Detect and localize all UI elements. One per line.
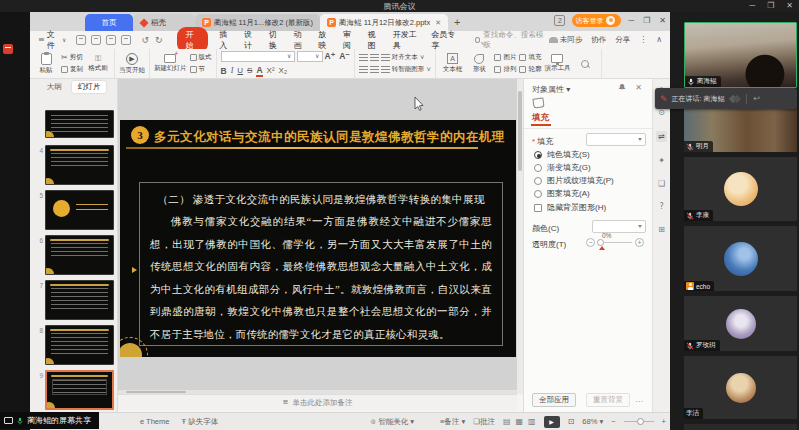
textbox-button[interactable]: A 文本框 (440, 53, 464, 74)
smart-beautify-button[interactable]: ⊙ 智能美化 ▾ (370, 417, 414, 427)
redo-icon[interactable]: ↻ (155, 35, 163, 45)
apply-all-button[interactable]: 全部应用 (532, 393, 576, 407)
shape-button[interactable]: 形状 (467, 54, 491, 74)
find-replace-button[interactable] (573, 60, 597, 68)
radio-pattern-fill[interactable]: 图案填充(A) (534, 188, 590, 199)
bell-icon[interactable]: 🔔︎ (618, 83, 626, 92)
slide-thumbnail[interactable] (45, 190, 114, 230)
slide-thumbnail[interactable] (45, 235, 114, 275)
picture-button[interactable]: 图片 (494, 53, 516, 62)
view-normal-icon[interactable]: ▤ (503, 417, 511, 426)
view-sorter-icon[interactable]: ▦ (516, 417, 524, 426)
comments-button[interactable]: ❏批注 (473, 417, 495, 427)
present-tools-button[interactable]: 演示工具 (544, 54, 570, 73)
font-name-select[interactable]: ∨ (221, 51, 295, 62)
participant-tile-speaking[interactable]: 蔺海鲲 (684, 22, 797, 88)
screen-share-banner[interactable]: 蔺海鲲的屏幕共享 (0, 412, 99, 429)
slides-tab[interactable]: 幻灯片 (72, 81, 107, 93)
copy-button[interactable]: 复制 (61, 65, 83, 74)
participant-tile[interactable]: 李康 (684, 157, 797, 221)
slide-canvas[interactable]: 3 多元文化对话与交流中的民族认同是敦煌佛教哲学的内在机理 （二） 渗透于文化交… (120, 120, 516, 357)
desktop-shortcut-icon[interactable] (3, 44, 13, 54)
slide-title[interactable]: 多元文化对话与交流中的民族认同是敦煌佛教哲学的内在机理 (154, 129, 505, 146)
maximize-icon[interactable]: ❐ (767, 0, 774, 12)
align-left-icon[interactable] (359, 66, 368, 74)
tab-member[interactable]: 会员专享 (431, 29, 459, 51)
window-manage-icon[interactable]: 2 (554, 15, 565, 26)
collapse-ribbon-icon[interactable]: ∧ (656, 36, 662, 44)
fill-type-dropdown[interactable] (586, 133, 646, 146)
share-button[interactable]: 分享 (615, 35, 630, 45)
transparency-plus-icon[interactable]: + (635, 238, 644, 247)
zoom-tool-icon[interactable]: ⊙ (658, 108, 665, 117)
indent-icon[interactable] (381, 54, 390, 62)
new-slide-button[interactable]: 新建幻灯片 (154, 54, 187, 73)
close-panel-icon[interactable]: ✕ (635, 83, 642, 92)
cut-button[interactable]: ✂剪切 (61, 53, 83, 62)
arrange-button[interactable]: 排列 (494, 65, 516, 74)
view-reading-icon[interactable]: ▥ (528, 417, 536, 426)
radio-gradient-fill[interactable]: 渐变填充(G) (534, 162, 591, 173)
wps-minimize-icon[interactable]: ─ (628, 16, 634, 25)
home-tab[interactable]: 首页 (85, 14, 133, 31)
align-center-icon[interactable] (370, 66, 379, 74)
animation-pane-icon[interactable]: ✦ (658, 156, 665, 165)
close-icon[interactable]: ✕ (786, 0, 793, 12)
strikethrough-button[interactable]: S (247, 66, 252, 75)
slide-thumbnail[interactable] (45, 145, 114, 185)
slide-thumbnail-selected[interactable] (45, 370, 114, 410)
tab-view[interactable]: 视图 (368, 29, 382, 51)
underline-button[interactable]: U (237, 66, 243, 75)
participant-tile[interactable]: 罗玫玥 (684, 296, 797, 351)
fill-button[interactable]: 填充 (519, 53, 541, 62)
sync-status[interactable]: 未同步 (549, 35, 583, 45)
save-icon[interactable] (76, 35, 86, 45)
italic-button[interactable]: I (231, 66, 234, 75)
notes-bar[interactable]: ≡ 单击此处添加备注 (118, 394, 517, 410)
export-icon[interactable]: ⊞ (658, 225, 665, 234)
participant-tile[interactable]: echo (684, 226, 797, 291)
bold-button[interactable]: B (221, 66, 227, 76)
collaborate-button[interactable]: 协作 (591, 35, 606, 45)
radio-picture-fill[interactable]: 图片或纹理填充(P) (534, 175, 614, 186)
collapse-toolbar-icon[interactable]: ↩ (753, 94, 760, 103)
paste-button[interactable]: 粘贴 (34, 53, 58, 75)
properties-pane-icon[interactable]: ⇌ (656, 131, 667, 142)
missing-fonts-button[interactable]: Ŧ 缺失字体 (181, 417, 218, 427)
tab-design[interactable]: 设计 (244, 29, 258, 51)
tab-insert[interactable]: 插入 (219, 29, 233, 51)
slide-body-textbox[interactable]: （二） 渗透于文化交流中的民族认同是敦煌佛教哲学转换的集中展现 佛教与儒家文化交… (139, 182, 503, 346)
tab-animation[interactable]: 动画 (294, 29, 308, 51)
color-dropdown[interactable] (592, 220, 646, 233)
increase-font-icon[interactable]: A⁺ (325, 51, 336, 61)
file-menu[interactable]: ≡ 文件 ∨ (38, 29, 66, 51)
close-tab-icon[interactable]: ✕ (435, 19, 441, 27)
zoom-slider-thumb[interactable] (637, 418, 644, 425)
zoom-level[interactable]: 68% ▾ (582, 417, 603, 426)
decrease-font-icon[interactable]: A⁻ (339, 51, 350, 61)
print-icon[interactable] (106, 35, 116, 45)
preview-icon[interactable] (121, 35, 131, 45)
zoom-in-icon[interactable]: + (662, 417, 666, 426)
font-color-button[interactable]: A (256, 65, 262, 77)
checkbox-hide-background[interactable]: 隐藏背景图形(H) (534, 202, 606, 213)
more-dots-icon[interactable]: ⋯ (635, 397, 644, 406)
output-icon[interactable] (91, 35, 101, 45)
tab-slideshow[interactable]: 放映 (318, 29, 332, 51)
wps-restore-icon[interactable]: ❐ (643, 16, 650, 25)
minimize-icon[interactable]: ─ (749, 0, 755, 12)
format-painter-button[interactable]: ⚿ 格式刷 (86, 55, 110, 73)
section-button[interactable]: 节 (190, 65, 212, 74)
tab-devtools[interactable]: 开发工具 (393, 29, 421, 51)
layout-button[interactable]: 版式 (190, 53, 212, 62)
more-icon[interactable]: ⋮ (639, 36, 647, 44)
slide-thumbnail[interactable] (45, 280, 114, 320)
transparency-slider[interactable]: 0% (598, 242, 632, 243)
zoom-out-icon[interactable]: − (611, 417, 615, 426)
notes-toggle-button[interactable]: ≡备注 ▾ (440, 417, 465, 427)
tab-review[interactable]: 审阅 (343, 29, 357, 51)
radio-solid-fill[interactable]: 纯色填充(S) (534, 149, 590, 160)
participant-tile[interactable]: 李洁 (684, 356, 797, 419)
fit-window-icon[interactable]: ⊡ (568, 418, 575, 426)
annotation-pen-icon[interactable]: ✎ (660, 94, 668, 104)
